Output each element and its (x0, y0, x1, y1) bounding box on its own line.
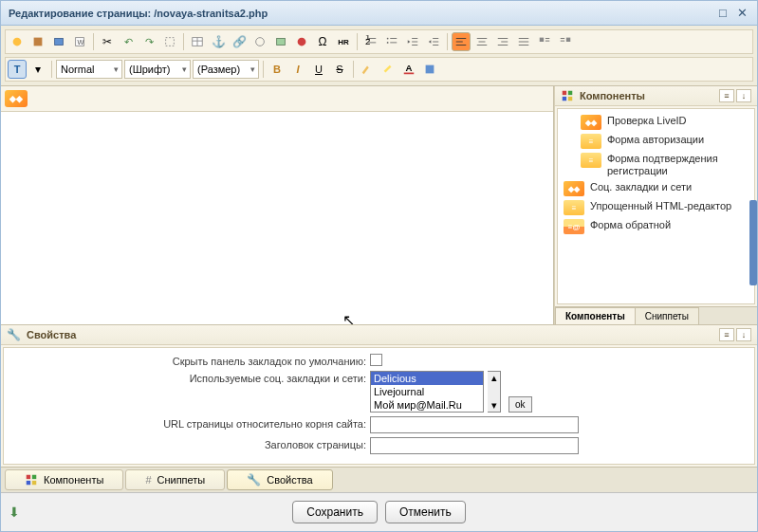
text-mode-icon[interactable]: T (8, 60, 27, 79)
panel-menu-button[interactable]: ≡ (719, 328, 734, 341)
url-input[interactable] (370, 416, 579, 433)
save-icon[interactable] (28, 32, 47, 51)
panel-collapse-button[interactable]: ↓ (736, 328, 751, 341)
link-icon[interactable]: 🔗 (230, 32, 249, 51)
save-button[interactable]: Сохранить (292, 501, 378, 523)
underline-icon[interactable]: U (309, 60, 328, 79)
page-title-input[interactable] (370, 437, 579, 454)
tree-item[interactable]: ≡@ Форма обратной (560, 217, 752, 236)
svg-rect-38 (540, 38, 544, 42)
prop-label: Скрыть панель закладок по умолчанию: (9, 354, 370, 367)
listbox-item[interactable]: Delicious (371, 372, 483, 385)
italic-icon[interactable]: I (288, 60, 307, 79)
listbox-scrollbar[interactable]: ▴▾ (488, 371, 501, 413)
listbox-item[interactable]: Livejournal (371, 385, 483, 398)
component-orange-icon: ◆◆ (564, 181, 584, 196)
align-center-icon[interactable] (472, 32, 491, 51)
hide-bookmarks-checkbox[interactable] (370, 354, 382, 366)
tab-components[interactable]: Компоненты (555, 307, 636, 324)
indent-icon[interactable] (424, 32, 443, 51)
tree-item[interactable]: ≡ Форма авторизации (560, 132, 752, 151)
component-icon[interactable]: ◆◆ (5, 90, 28, 107)
download-icon[interactable]: ⬇ (9, 504, 20, 520)
tree-item[interactable]: ◆◆ Проверка LiveID (560, 113, 752, 132)
cut-icon[interactable]: ✂ (98, 32, 117, 51)
strike-icon[interactable]: S (330, 60, 349, 79)
tree-item[interactable]: ≡ Упрощенный HTML-редактор (560, 198, 752, 217)
svg-rect-50 (568, 97, 572, 101)
code-icon[interactable]: w (70, 32, 89, 51)
tab-snippets[interactable]: Сниппеты (635, 307, 699, 324)
float-left-icon[interactable] (535, 32, 554, 51)
bottom-tabs: Компоненты # Сниппеты 🔧 Свойства (1, 467, 757, 492)
svg-text:w: w (76, 36, 83, 46)
list-ordered-icon[interactable]: 12 (361, 32, 380, 51)
components-header-icon (561, 89, 574, 102)
listbox-item[interactable]: Мой мир@Mail.Ru (371, 398, 483, 412)
bottom-tab-components[interactable]: Компоненты (5, 469, 123, 490)
editor-canvas[interactable]: ↖ (1, 112, 553, 324)
image-icon[interactable] (271, 32, 290, 51)
hr-icon[interactable]: HR (334, 32, 353, 51)
dialog-window: Редактирование страницы: /novaya-stranit… (0, 0, 758, 532)
align-left-icon[interactable] (452, 32, 471, 51)
components-tree[interactable]: ◆◆ Проверка LiveID ≡ Форма авторизации ≡… (557, 108, 755, 304)
component-yellow-icon: ≡ (581, 153, 601, 168)
component-orange-icon: ◆◆ (581, 115, 601, 130)
components-panel-header: Компоненты ≡ ↓ (555, 86, 757, 106)
border-icon[interactable] (160, 32, 179, 51)
snippets-tab-icon: # (145, 474, 151, 486)
align-right-icon[interactable] (493, 32, 512, 51)
svg-point-16 (387, 38, 389, 40)
bottom-tab-properties[interactable]: 🔧 Свойства (227, 469, 332, 490)
clear-format-icon[interactable] (358, 60, 377, 79)
panel-menu-button[interactable]: ≡ (719, 89, 734, 102)
components-panel-title: Компоненты (580, 90, 645, 101)
svg-rect-48 (568, 91, 572, 95)
text-color-icon[interactable]: A (399, 60, 418, 79)
main-area: ◆◆ ↖ Компоненты ≡ ↓ ◆◆ Проверка LiveID (1, 86, 757, 324)
svg-point-11 (298, 38, 306, 46)
cancel-button[interactable]: Отменить (385, 501, 466, 523)
bottom-tab-snippets[interactable]: # Сниппеты (125, 469, 225, 490)
properties-body: Скрыть панель закладок по умолчанию: Исп… (3, 347, 755, 465)
redo-icon[interactable]: ↷ (139, 32, 158, 51)
tree-item[interactable]: ≡ Форма подтверждения регистрации (560, 151, 752, 179)
maximize-button[interactable]: □ (715, 6, 730, 21)
bg-color-icon[interactable] (420, 60, 439, 79)
format-select[interactable]: Normal (56, 60, 122, 79)
highlight-icon[interactable] (379, 60, 397, 79)
new-icon[interactable] (8, 32, 27, 51)
dropdown-icon[interactable]: ▾ (28, 60, 47, 79)
separator (51, 61, 52, 78)
special-char-icon[interactable]: Ω (313, 32, 332, 51)
components-panel: Компоненты ≡ ↓ ◆◆ Проверка LiveID ≡ Форм… (554, 86, 757, 324)
component-yellow-icon: ≡ (581, 134, 601, 149)
networks-listbox[interactable]: Delicious Livejournal Мой мир@Mail.Ru (370, 371, 484, 413)
outdent-icon[interactable] (403, 32, 422, 51)
wrench-icon: 🔧 (7, 328, 21, 341)
tree-item[interactable]: ◆◆ Соц. закладки и сети (560, 179, 752, 198)
list-unordered-icon[interactable] (382, 32, 401, 51)
anchor-icon[interactable]: ⚓ (209, 32, 228, 51)
undo-icon[interactable]: ↶ (119, 32, 138, 51)
align-justify-icon[interactable] (514, 32, 533, 51)
font-select[interactable]: (Шрифт) (124, 60, 191, 79)
table-icon[interactable] (188, 32, 207, 51)
svg-rect-46 (426, 65, 434, 74)
bold-icon[interactable]: B (268, 60, 287, 79)
toolbar-area: w ✂ ↶ ↷ ⚓ 🔗 Ω HR 12 (1, 26, 757, 86)
svg-rect-54 (32, 481, 36, 485)
svg-rect-53 (27, 481, 30, 485)
size-select[interactable]: (Размер) (193, 60, 259, 79)
media-icon[interactable] (292, 32, 311, 51)
preview-icon[interactable] (49, 32, 68, 51)
ok-button[interactable]: ok (508, 396, 532, 413)
unlink-icon[interactable] (250, 32, 269, 51)
titlebar: Редактирование страницы: /novaya-stranit… (1, 1, 757, 26)
close-button[interactable]: ✕ (734, 6, 749, 21)
separator (183, 33, 184, 50)
float-right-icon[interactable] (556, 32, 575, 51)
panel-collapse-button[interactable]: ↓ (736, 89, 751, 102)
scrollbar-thumb[interactable] (749, 200, 757, 285)
